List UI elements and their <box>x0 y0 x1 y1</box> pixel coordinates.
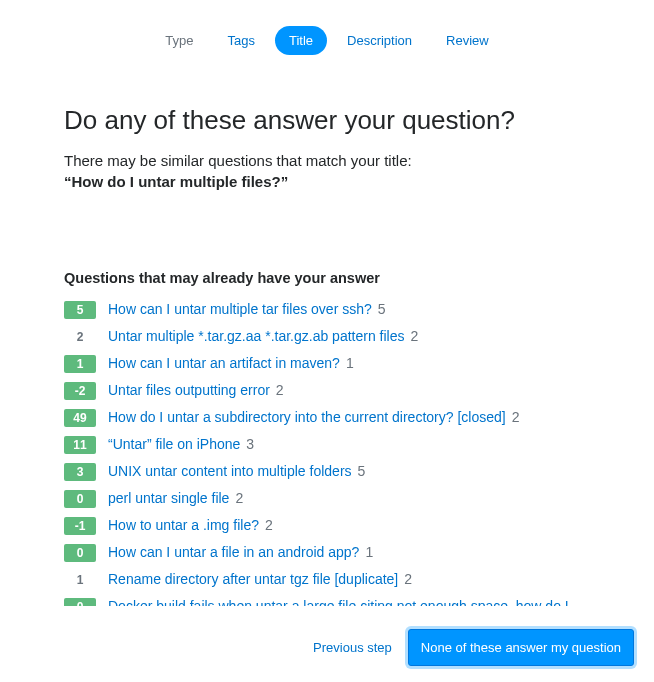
answer-count: 2 <box>404 571 412 587</box>
tab-review[interactable]: Review <box>432 26 503 55</box>
question-link[interactable]: How can I untar a file in an android app… <box>108 544 359 560</box>
question-link[interactable]: Untar multiple *.tar.gz.aa *.tar.gz.ab p… <box>108 328 405 344</box>
page-heading: Do any of these answer your question? <box>64 105 590 136</box>
tab-description[interactable]: Description <box>333 26 426 55</box>
question-row: 3UNIX untar content into multiple folder… <box>64 462 584 481</box>
question-row: 0Docker build fails when untar a large f… <box>64 597 584 606</box>
answer-count: 2 <box>265 517 273 533</box>
answer-count: 2 <box>512 409 520 425</box>
question-body: How can I untar a file in an android app… <box>108 543 373 562</box>
question-link[interactable]: How can I untar an artifact in maven? <box>108 355 340 371</box>
tab-tags[interactable]: Tags <box>213 26 268 55</box>
question-link[interactable]: Rename directory after untar tgz file [d… <box>108 571 398 587</box>
question-row: 2Untar multiple *.tar.gz.aa *.tar.gz.ab … <box>64 327 584 346</box>
answer-count: 1 <box>346 355 354 371</box>
question-row: 49How do I untar a subdirectory into the… <box>64 408 584 427</box>
question-body: How can I untar multiple tar files over … <box>108 300 386 319</box>
question-row: 1How can I untar an artifact in maven?1 <box>64 354 584 373</box>
question-row: -1How to untar a .img file?2 <box>64 516 584 535</box>
answer-count: 1 <box>365 544 373 560</box>
score-badge: 2 <box>64 328 96 346</box>
answer-count: 3 <box>246 436 254 452</box>
page-subtext: There may be similar questions that matc… <box>64 150 590 192</box>
question-body: Untar files outputting error2 <box>108 381 284 400</box>
question-body: How do I untar a subdirectory into the c… <box>108 408 519 427</box>
question-body: UNIX untar content into multiple folders… <box>108 462 365 481</box>
previous-step-link[interactable]: Previous step <box>313 640 392 655</box>
score-badge: 1 <box>64 355 96 373</box>
similar-questions-list[interactable]: 5How can I untar multiple tar files over… <box>64 300 590 606</box>
wizard-tabs: Type Tags Title Description Review <box>0 0 654 65</box>
question-body: Untar multiple *.tar.gz.aa *.tar.gz.ab p… <box>108 327 418 346</box>
tab-type: Type <box>151 26 207 55</box>
score-badge: 3 <box>64 463 96 481</box>
answer-count: 2 <box>411 328 419 344</box>
question-link[interactable]: How to untar a .img file? <box>108 517 259 533</box>
score-badge: -2 <box>64 382 96 400</box>
question-link[interactable]: Docker build fails when untar a large fi… <box>108 598 569 606</box>
score-badge: -1 <box>64 517 96 535</box>
question-row: 11“Untar” file on iPhone3 <box>64 435 584 454</box>
question-row: 0perl untar single file2 <box>64 489 584 508</box>
question-link[interactable]: How do I untar a subdirectory into the c… <box>108 409 506 425</box>
question-row: 1Rename directory after untar tgz file [… <box>64 570 584 589</box>
question-link[interactable]: perl untar single file <box>108 490 229 506</box>
score-badge: 11 <box>64 436 96 454</box>
answer-count: 5 <box>378 301 386 317</box>
score-badge: 0 <box>64 490 96 508</box>
question-row: -2Untar files outputting error2 <box>64 381 584 400</box>
score-badge: 1 <box>64 571 96 589</box>
none-answer-button[interactable]: None of these answer my question <box>408 629 634 666</box>
question-body: Docker build fails when untar a large fi… <box>108 597 584 606</box>
score-badge: 0 <box>64 544 96 562</box>
tab-title[interactable]: Title <box>275 26 327 55</box>
answer-count: 2 <box>276 382 284 398</box>
question-row: 5How can I untar multiple tar files over… <box>64 300 584 319</box>
footer-actions: Previous step None of these answer my qu… <box>313 629 634 666</box>
score-badge: 0 <box>64 598 96 606</box>
question-link[interactable]: UNIX untar content into multiple folders <box>108 463 352 479</box>
question-body: perl untar single file2 <box>108 489 243 508</box>
answer-count: 5 <box>358 463 366 479</box>
question-row: 0How can I untar a file in an android ap… <box>64 543 584 562</box>
answer-count: 2 <box>235 490 243 506</box>
score-badge: 5 <box>64 301 96 319</box>
question-body: How can I untar an artifact in maven?1 <box>108 354 354 373</box>
question-link[interactable]: How can I untar multiple tar files over … <box>108 301 372 317</box>
question-body: Rename directory after untar tgz file [d… <box>108 570 412 589</box>
subtext-line1: There may be similar questions that matc… <box>64 152 412 169</box>
score-badge: 49 <box>64 409 96 427</box>
question-body: How to untar a .img file?2 <box>108 516 273 535</box>
section-title: Questions that may already have your ans… <box>64 270 590 286</box>
question-link[interactable]: “Untar” file on iPhone <box>108 436 240 452</box>
subtext-quote: “How do I untar multiple files?” <box>64 173 288 190</box>
question-link[interactable]: Untar files outputting error <box>108 382 270 398</box>
question-body: “Untar” file on iPhone3 <box>108 435 254 454</box>
